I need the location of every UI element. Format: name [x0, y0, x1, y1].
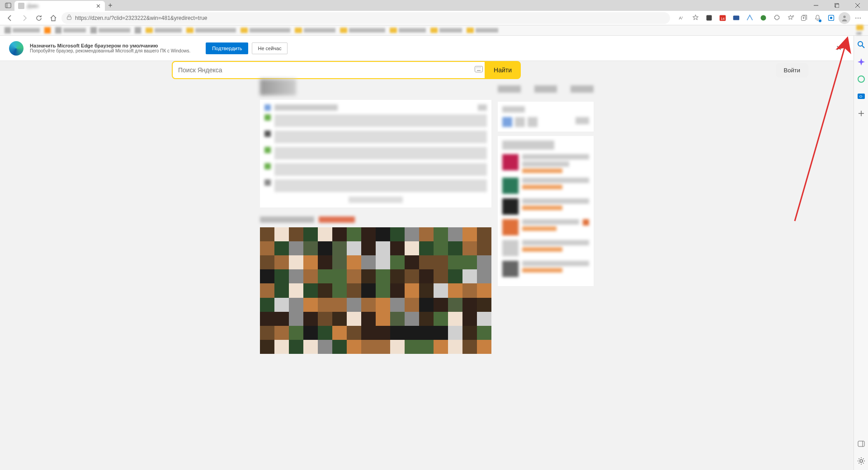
banner-title: Назначить Microsoft Edge браузером по ум…: [30, 43, 190, 48]
side-item[interactable]: [502, 198, 589, 215]
banner-confirm-button[interactable]: Подтвердить: [206, 42, 248, 54]
news-item[interactable]: [264, 163, 487, 176]
search-icon[interactable]: [857, 40, 866, 49]
svg-point-24: [476, 67, 477, 68]
bookmarks-overflow[interactable]: ое: [856, 25, 863, 36]
side-item[interactable]: [502, 178, 589, 194]
back-button[interactable]: [4, 12, 16, 24]
window-titlebar: Дзен ✕ +: [0, 0, 868, 11]
default-browser-banner: Назначить Microsoft Edge браузером по ум…: [0, 36, 854, 61]
bookmark-item[interactable]: [55, 27, 86, 33]
banner-subtitle: Попробуйте браузер, рекомендованный Micr…: [30, 48, 190, 53]
bookmark-item[interactable]: [90, 27, 130, 33]
banner-later-button[interactable]: Не сейчас: [252, 42, 287, 54]
svg-point-26: [479, 67, 480, 68]
extension-icon-4[interactable]: [743, 12, 756, 24]
notifications-icon[interactable]: [811, 12, 824, 24]
bookmark-item[interactable]: [44, 27, 51, 33]
sidebar-toggle-icon[interactable]: [857, 439, 866, 448]
new-tab-button[interactable]: +: [105, 1, 116, 9]
svg-point-13: [760, 15, 766, 21]
page-content[interactable]: Найти Войти: [0, 61, 854, 470]
keyboard-icon[interactable]: [475, 66, 483, 74]
svg-line-30: [862, 46, 864, 48]
bookmark-folder[interactable]: [390, 28, 426, 33]
maximize-button[interactable]: [826, 0, 847, 11]
svg-point-21: [843, 15, 845, 18]
bookmark-item[interactable]: [135, 27, 141, 33]
close-window-button[interactable]: [847, 0, 868, 11]
address-bar[interactable]: https://dzen.ru/?clid=2323222&win=481&yr…: [61, 12, 670, 24]
search-button[interactable]: Найти: [486, 61, 521, 79]
forward-button[interactable]: [18, 12, 31, 24]
copilot-icon[interactable]: [857, 57, 866, 66]
minimize-button[interactable]: [806, 0, 826, 11]
collections-icon[interactable]: +: [797, 12, 810, 24]
search-input[interactable]: [178, 66, 467, 74]
edge-logo-icon: [9, 41, 24, 56]
news-item[interactable]: [264, 179, 487, 192]
read-aloud-icon[interactable]: A⁾: [675, 12, 688, 24]
side-item[interactable]: [502, 240, 589, 256]
toolbar-actions: A⁾ 14 + ⋯: [675, 12, 864, 24]
bookmark-folder[interactable]: [467, 28, 498, 33]
news-item[interactable]: [264, 114, 487, 127]
feed-side-column: [498, 79, 594, 354]
bookmark-folder[interactable]: [146, 28, 182, 33]
search-bar: Найти: [172, 61, 521, 79]
favorites-icon[interactable]: [784, 12, 797, 24]
url-text: https://dzen.ru/?clid=2323222&win=481&yr…: [75, 15, 665, 21]
feed-main-column: [260, 79, 491, 354]
add-sidebar-icon[interactable]: [857, 109, 866, 118]
svg-point-27: [480, 67, 481, 68]
bookmark-folder[interactable]: [340, 28, 385, 33]
window-controls: [806, 0, 868, 11]
banner-close-button[interactable]: ✕: [833, 41, 844, 55]
side-item[interactable]: [502, 154, 589, 173]
profile-avatar[interactable]: [838, 12, 851, 24]
outlook-icon[interactable]: O: [857, 92, 866, 101]
extension-calendar-icon[interactable]: 14: [716, 12, 729, 24]
news-item[interactable]: [264, 147, 487, 160]
svg-rect-7: [67, 17, 71, 19]
sidebar-rail: O: [854, 36, 868, 470]
side-item[interactable]: [502, 261, 589, 277]
svg-rect-9: [706, 15, 712, 21]
bookmark-folder[interactable]: [186, 28, 236, 33]
settings-menu-button[interactable]: ⋯: [852, 12, 864, 24]
svg-point-25: [477, 67, 478, 68]
site-info-icon[interactable]: [66, 14, 72, 22]
tab-actions-button[interactable]: [2, 2, 14, 9]
extension-icon-5[interactable]: [757, 12, 769, 24]
article-meta: [260, 216, 491, 223]
bookmark-item[interactable]: [5, 27, 40, 33]
settings-gear-icon[interactable]: [857, 456, 866, 465]
bookmark-folder[interactable]: [295, 28, 335, 33]
extensions-menu-icon[interactable]: [770, 12, 783, 24]
side-widget-2: [498, 136, 594, 286]
article-image[interactable]: [260, 227, 491, 354]
refresh-button[interactable]: [33, 12, 45, 24]
extension-icon-3[interactable]: [730, 12, 742, 24]
side-item[interactable]: [502, 219, 589, 235]
home-button[interactable]: [47, 12, 60, 24]
bookmark-folder[interactable]: [241, 28, 290, 33]
bookmark-folder[interactable]: [430, 28, 462, 33]
feed-logo: [260, 79, 296, 95]
feed-tabs[interactable]: [498, 85, 594, 96]
svg-text:A⁾: A⁾: [679, 16, 682, 20]
tab-close-button[interactable]: ✕: [95, 3, 101, 9]
tab-strip: Дзен ✕ +: [0, 0, 116, 11]
login-button[interactable]: Войти: [776, 63, 808, 78]
extension-icon-1[interactable]: [703, 12, 715, 24]
tab-favicon: [18, 3, 24, 9]
favorite-star-icon[interactable]: [689, 12, 702, 24]
svg-point-38: [860, 460, 863, 462]
svg-rect-36: [858, 441, 864, 446]
browser-essentials-icon[interactable]: [825, 12, 837, 24]
browser-tab[interactable]: Дзен ✕: [14, 1, 105, 11]
svg-text:O: O: [859, 94, 862, 99]
news-item[interactable]: [264, 131, 487, 143]
svg-rect-0: [5, 3, 11, 8]
tools-icon[interactable]: [857, 75, 866, 84]
